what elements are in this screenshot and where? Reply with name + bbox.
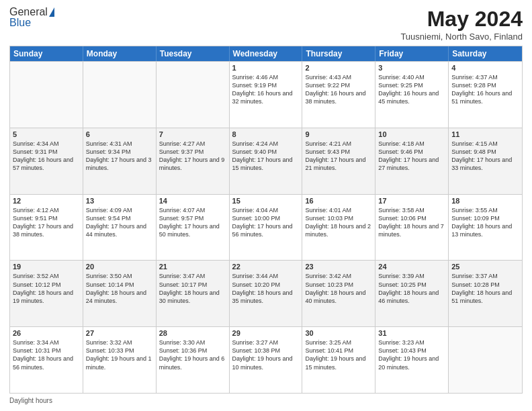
day-number: 31	[378, 329, 445, 337]
cal-header-thursday: Thursday	[302, 46, 375, 61]
day-info: Sunrise: 3:27 AM Sunset: 10:38 PM Daylig…	[232, 338, 300, 371]
cal-cell: 16Sunrise: 4:01 AM Sunset: 10:03 PM Dayl…	[302, 195, 375, 261]
cal-cell: 19Sunrise: 3:52 AM Sunset: 10:12 PM Dayl…	[10, 261, 83, 326]
calendar-header-row: SundayMondayTuesdayWednesdayThursdayFrid…	[10, 46, 522, 61]
cal-cell: 7Sunrise: 4:27 AM Sunset: 9:37 PM Daylig…	[157, 128, 230, 194]
cal-cell: 2Sunrise: 4:43 AM Sunset: 9:22 PM Daylig…	[302, 62, 375, 128]
day-number: 18	[451, 197, 519, 205]
cal-cell: 10Sunrise: 4:18 AM Sunset: 9:46 PM Dayli…	[375, 128, 449, 194]
cal-week-3: 19Sunrise: 3:52 AM Sunset: 10:12 PM Dayl…	[10, 260, 522, 326]
day-number: 28	[159, 329, 226, 337]
day-number: 22	[232, 263, 300, 271]
day-info: Sunrise: 3:47 AM Sunset: 10:17 PM Daylig…	[159, 272, 226, 305]
day-info: Sunrise: 3:34 AM Sunset: 10:31 PM Daylig…	[13, 338, 80, 371]
day-number: 6	[86, 130, 153, 138]
day-number: 1	[232, 64, 300, 72]
day-number: 11	[451, 130, 519, 138]
cal-cell: 9Sunrise: 4:21 AM Sunset: 9:43 PM Daylig…	[302, 128, 375, 194]
footer-text: Daylight hours	[9, 397, 52, 404]
day-number: 2	[305, 64, 372, 72]
title-month: May 2024	[400, 7, 523, 32]
cal-cell: 15Sunrise: 4:04 AM Sunset: 10:00 PM Dayl…	[230, 195, 303, 261]
day-number: 8	[232, 130, 300, 138]
cal-cell: 5Sunrise: 4:34 AM Sunset: 9:31 PM Daylig…	[10, 128, 83, 194]
calendar: SundayMondayTuesdayWednesdayThursdayFrid…	[9, 46, 523, 394]
day-info: Sunrise: 4:04 AM Sunset: 10:00 PM Daylig…	[232, 206, 300, 239]
day-number: 24	[378, 263, 445, 271]
cal-cell: 11Sunrise: 4:15 AM Sunset: 9:48 PM Dayli…	[449, 128, 522, 194]
day-info: Sunrise: 4:37 AM Sunset: 9:28 PM Dayligh…	[451, 73, 519, 106]
cal-cell	[157, 62, 230, 128]
day-number: 14	[159, 197, 226, 205]
cal-cell	[83, 62, 157, 128]
day-number: 21	[159, 263, 226, 271]
cal-cell: 27Sunrise: 3:32 AM Sunset: 10:33 PM Dayl…	[83, 327, 157, 393]
day-number: 13	[86, 197, 153, 205]
cal-week-2: 12Sunrise: 4:12 AM Sunset: 9:51 PM Dayli…	[10, 194, 522, 261]
cal-cell: 13Sunrise: 4:09 AM Sunset: 9:54 PM Dayli…	[83, 195, 157, 261]
logo: General Blue	[9, 7, 54, 28]
day-number: 4	[451, 64, 519, 72]
cal-cell: 30Sunrise: 3:25 AM Sunset: 10:41 PM Dayl…	[302, 327, 375, 393]
cal-week-0: 1Sunrise: 4:46 AM Sunset: 9:19 PM Daylig…	[10, 61, 522, 128]
day-info: Sunrise: 4:09 AM Sunset: 9:54 PM Dayligh…	[86, 206, 153, 239]
day-number: 23	[305, 263, 372, 271]
cal-cell	[10, 62, 83, 128]
day-info: Sunrise: 4:40 AM Sunset: 9:25 PM Dayligh…	[378, 73, 445, 106]
day-info: Sunrise: 4:01 AM Sunset: 10:03 PM Daylig…	[305, 206, 372, 239]
day-info: Sunrise: 3:30 AM Sunset: 10:36 PM Daylig…	[159, 338, 226, 371]
day-info: Sunrise: 3:58 AM Sunset: 10:06 PM Daylig…	[378, 206, 445, 239]
day-info: Sunrise: 3:25 AM Sunset: 10:41 PM Daylig…	[305, 338, 372, 371]
logo-triangle-icon	[49, 7, 54, 17]
day-info: Sunrise: 4:21 AM Sunset: 9:43 PM Dayligh…	[305, 140, 372, 173]
cal-header-sunday: Sunday	[10, 46, 83, 61]
day-info: Sunrise: 4:46 AM Sunset: 9:19 PM Dayligh…	[232, 73, 300, 106]
day-number: 25	[451, 263, 519, 271]
day-info: Sunrise: 3:55 AM Sunset: 10:09 PM Daylig…	[451, 206, 519, 239]
day-info: Sunrise: 3:39 AM Sunset: 10:25 PM Daylig…	[378, 272, 445, 305]
cal-header-saturday: Saturday	[449, 46, 522, 61]
day-info: Sunrise: 3:52 AM Sunset: 10:12 PM Daylig…	[13, 272, 80, 305]
day-number: 12	[13, 197, 80, 205]
cal-cell: 8Sunrise: 4:24 AM Sunset: 9:40 PM Daylig…	[230, 128, 303, 194]
day-info: Sunrise: 4:34 AM Sunset: 9:31 PM Dayligh…	[13, 140, 80, 173]
day-number: 26	[13, 329, 80, 337]
day-info: Sunrise: 4:43 AM Sunset: 9:22 PM Dayligh…	[305, 73, 372, 106]
cal-cell: 18Sunrise: 3:55 AM Sunset: 10:09 PM Dayl…	[449, 195, 522, 261]
day-info: Sunrise: 4:07 AM Sunset: 9:57 PM Dayligh…	[159, 206, 226, 239]
cal-cell: 1Sunrise: 4:46 AM Sunset: 9:19 PM Daylig…	[230, 62, 303, 128]
logo-general: General	[9, 7, 48, 17]
cal-cell: 3Sunrise: 4:40 AM Sunset: 9:25 PM Daylig…	[375, 62, 449, 128]
day-number: 3	[378, 64, 445, 72]
cal-cell: 25Sunrise: 3:37 AM Sunset: 10:28 PM Dayl…	[449, 261, 522, 326]
day-number: 27	[86, 329, 153, 337]
day-number: 5	[13, 130, 80, 138]
cal-cell: 22Sunrise: 3:44 AM Sunset: 10:20 PM Dayl…	[230, 261, 303, 326]
day-info: Sunrise: 4:31 AM Sunset: 9:34 PM Dayligh…	[86, 140, 153, 173]
cal-cell: 14Sunrise: 4:07 AM Sunset: 9:57 PM Dayli…	[157, 195, 230, 261]
day-number: 20	[86, 263, 153, 271]
cal-cell: 24Sunrise: 3:39 AM Sunset: 10:25 PM Dayl…	[375, 261, 449, 326]
day-info: Sunrise: 3:42 AM Sunset: 10:23 PM Daylig…	[305, 272, 372, 305]
day-number: 17	[378, 197, 445, 205]
day-info: Sunrise: 4:15 AM Sunset: 9:48 PM Dayligh…	[451, 140, 519, 173]
cal-header-friday: Friday	[375, 46, 449, 61]
calendar-body: 1Sunrise: 4:46 AM Sunset: 9:19 PM Daylig…	[10, 61, 522, 393]
day-number: 7	[159, 130, 226, 138]
day-number: 16	[305, 197, 372, 205]
cal-cell: 21Sunrise: 3:47 AM Sunset: 10:17 PM Dayl…	[157, 261, 230, 326]
cal-cell: 4Sunrise: 4:37 AM Sunset: 9:28 PM Daylig…	[449, 62, 522, 128]
day-number: 15	[232, 197, 300, 205]
day-number: 29	[232, 329, 300, 337]
title-block: May 2024 Tuusniemi, North Savo, Finland	[400, 7, 523, 42]
cal-cell: 12Sunrise: 4:12 AM Sunset: 9:51 PM Dayli…	[10, 195, 83, 261]
day-info: Sunrise: 3:32 AM Sunset: 10:33 PM Daylig…	[86, 338, 153, 371]
day-number: 30	[305, 329, 372, 337]
title-location: Tuusniemi, North Savo, Finland	[400, 32, 523, 42]
day-info: Sunrise: 3:50 AM Sunset: 10:14 PM Daylig…	[86, 272, 153, 305]
day-number: 9	[305, 130, 372, 138]
day-number: 19	[13, 263, 80, 271]
cal-cell: 29Sunrise: 3:27 AM Sunset: 10:38 PM Dayl…	[230, 327, 303, 393]
footer: Daylight hours	[9, 397, 523, 404]
cal-cell: 31Sunrise: 3:23 AM Sunset: 10:43 PM Dayl…	[375, 327, 449, 393]
